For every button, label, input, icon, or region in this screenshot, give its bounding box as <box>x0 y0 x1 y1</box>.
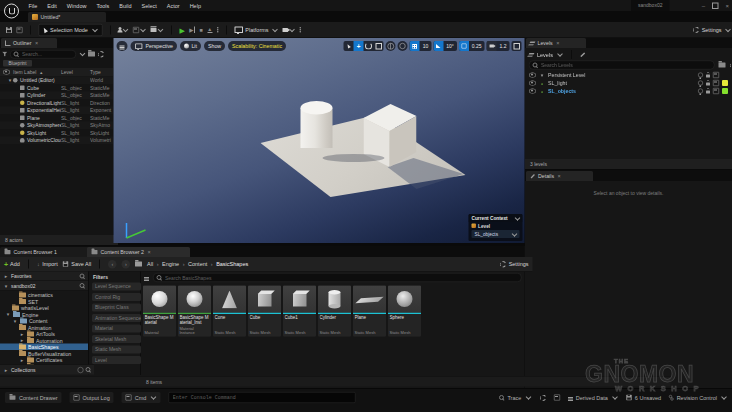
outliner-search[interactable] <box>10 50 76 59</box>
maximize-viewport-button[interactable] <box>512 41 522 51</box>
skip-button[interactable]: ▶ <box>189 27 195 34</box>
back-button[interactable]: ‹ <box>108 260 117 269</box>
menu-window[interactable]: Window <box>62 3 91 9</box>
surface-snap-toggle[interactable] <box>398 41 408 51</box>
edit-level-icon[interactable] <box>580 52 585 57</box>
outliner-row-exponentialheightfog[interactable]: ExponentialHeighSL_lightExponent <box>0 107 113 115</box>
asset-cube[interactable]: CubeStatic Mesh <box>248 286 281 337</box>
lock-icon[interactable] <box>706 83 710 86</box>
menu-help[interactable]: Help <box>185 3 205 9</box>
filter-level[interactable]: Level <box>92 356 141 364</box>
blueprints-dropdown[interactable] <box>133 27 146 33</box>
search-icon[interactable] <box>80 273 86 279</box>
level-color-chip[interactable] <box>722 80 728 86</box>
column-item-label[interactable]: Item Label <box>13 69 36 75</box>
cmd-dropdown[interactable]: Cmd <box>122 392 161 403</box>
lighting-scenario-icon[interactable] <box>698 89 703 94</box>
minimize-button[interactable]: – <box>702 2 705 9</box>
show-dropdown[interactable]: Show <box>204 41 225 51</box>
blueprint-filter-chip[interactable]: Blueprint <box>3 60 32 67</box>
asset-cube1[interactable]: Cube1Static Mesh <box>283 286 316 337</box>
outliner-row-plane[interactable]: PlaneSL_objecStaticMe <box>0 114 113 122</box>
filter-control-rig[interactable]: Control Rig <box>92 293 141 301</box>
details-tab[interactable]: Details × <box>526 171 593 181</box>
play-options-kebab-icon[interactable] <box>217 27 219 29</box>
stop-button[interactable]: ■ <box>200 27 203 33</box>
filter-animation-sequence[interactable]: Animation Sequence <box>92 314 141 322</box>
outliner-tab[interactable]: Outliner × <box>1 38 57 48</box>
filter-blueprint-class[interactable]: Blueprint Class <box>92 304 141 312</box>
context-level-dropdown[interactable]: SL_objects <box>472 230 520 238</box>
status-settings-icon[interactable] <box>539 394 546 401</box>
content-browser-tab-2[interactable]: Content Browser 2 × <box>87 247 190 257</box>
browse-icon[interactable] <box>17 27 23 33</box>
document-tab-untitled[interactable]: Untitled* <box>28 12 106 22</box>
play-button[interactable]: ▶ <box>179 26 184 34</box>
visibility-eye-icon[interactable] <box>529 89 536 94</box>
outliner-row-skyatmosphere[interactable]: SkyAtmosphereSL_lightSkyAtmo <box>0 122 113 130</box>
filter-material[interactable]: Material <box>92 325 141 333</box>
viewport-menu-button[interactable] <box>117 41 128 51</box>
select-tool-button[interactable] <box>344 41 354 51</box>
outliner-search-input[interactable] <box>21 51 73 58</box>
level-row-sl-light[interactable]: ● SL_light <box>525 79 732 87</box>
forward-button[interactable]: › <box>122 260 131 269</box>
scale-tool-button[interactable] <box>374 41 384 51</box>
status-fps-icon[interactable] <box>554 395 560 401</box>
toolbar-kebab-icon[interactable] <box>300 27 302 29</box>
assets-search-input[interactable] <box>164 274 518 281</box>
breadcrumb-engine[interactable]: Engine <box>162 261 179 267</box>
lighting-scenario-icon[interactable] <box>698 73 703 78</box>
console-command-input[interactable] <box>172 394 352 401</box>
rotate-tool-button[interactable] <box>364 41 374 51</box>
save-icon[interactable] <box>6 27 12 33</box>
lock-icon[interactable] <box>706 91 710 94</box>
output-log-button[interactable]: Output Log <box>70 392 114 403</box>
asset-cylinder[interactable]: CylinderStatic Mesh <box>318 286 351 337</box>
close-button[interactable]: × <box>725 2 729 9</box>
visibility-eye-icon[interactable] <box>529 81 536 86</box>
search-icon[interactable] <box>80 283 86 289</box>
collections-header[interactable]: ▸Collections <box>0 365 94 375</box>
column-level[interactable]: Level <box>61 69 90 75</box>
menu-tools[interactable]: Tools <box>92 3 114 9</box>
unsaved-button[interactable]: 6 Unsaved <box>626 395 661 401</box>
close-icon[interactable]: × <box>556 40 559 46</box>
visibility-eye-icon[interactable] <box>529 73 536 78</box>
menu-build[interactable]: Build <box>115 3 136 9</box>
levels-search-input[interactable] <box>540 62 711 69</box>
blueprint-icon[interactable] <box>713 88 719 94</box>
close-icon[interactable]: × <box>558 173 561 179</box>
folder-icon[interactable] <box>719 63 726 68</box>
column-type[interactable]: Type <box>90 69 113 75</box>
outliner-row-world[interactable]: ▾Untitled (Editor)World <box>0 77 113 85</box>
level-row-persistent[interactable]: ▾ Persistent Level <box>525 71 732 79</box>
breadcrumb-content[interactable]: Content <box>188 261 207 267</box>
menu-edit[interactable]: Edit <box>43 3 61 9</box>
outliner-row-cylinder[interactable]: CylinderSL_objecStaticMe <box>0 92 113 100</box>
editor-settings-dropdown[interactable]: Settings <box>693 27 732 34</box>
view-options-icon[interactable] <box>144 277 149 278</box>
derived-data-dropdown[interactable]: Derived Data <box>568 395 618 401</box>
platforms-dropdown[interactable]: Platforms <box>234 27 278 34</box>
scalability-warning-button[interactable]: Scalability: Cinematic <box>228 41 286 51</box>
scale-snap-control[interactable]: 0.25 <box>459 41 485 51</box>
assets-search[interactable] <box>153 273 522 282</box>
breadcrumb-all[interactable]: All <box>147 261 153 267</box>
filter-icon[interactable] <box>2 52 8 57</box>
breadcrumb-basicshapes[interactable]: BasicShapes <box>216 261 248 267</box>
trace-dropdown[interactable]: Trace <box>499 395 531 401</box>
content-browser-tab-1[interactable]: Content Browser 1 <box>0 247 94 257</box>
move-tool-button[interactable]: + <box>354 41 364 51</box>
search-options-chevron-icon[interactable] <box>80 51 86 57</box>
maximize-button[interactable] <box>712 2 719 9</box>
visibility-column-icon[interactable] <box>3 70 10 75</box>
menu-select[interactable]: Select <box>137 3 161 9</box>
level-color-chip[interactable] <box>722 88 728 94</box>
asset-basicshape-material[interactable]: BasicShape MaterialMaterial <box>143 286 176 337</box>
cinematics-dropdown[interactable] <box>150 27 163 32</box>
outliner-row-volumetriccloud[interactable]: VolumetricCloudSL_lightVolumetri <box>0 137 113 145</box>
rotation-snap-control[interactable]: 10° <box>433 41 457 51</box>
add-button[interactable]: + Add <box>4 260 20 268</box>
current-context-header[interactable]: Current Context <box>469 214 523 222</box>
